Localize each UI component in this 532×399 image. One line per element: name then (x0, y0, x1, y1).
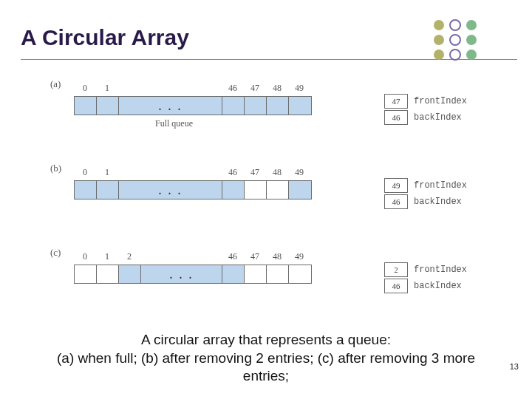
svg-point-4 (450, 35, 460, 45)
subfigure-label-a: (a) (50, 78, 61, 90)
array-cells: . . . (74, 265, 312, 284)
array-row-c: 0 1 2 46 47 48 49 . . . 2 frontIndex 46 (74, 251, 488, 318)
index-pointer-boxes: 2 frontIndex 46 backIndex (384, 262, 488, 294)
back-index-value: 46 (384, 279, 408, 293)
array-cells: . . . (74, 96, 312, 115)
svg-point-5 (450, 50, 460, 60)
back-index-value: 46 (384, 110, 408, 125)
index-pointer-boxes: 47 frontIndex 46 backIndex (384, 93, 488, 126)
svg-point-0 (434, 20, 444, 30)
subfigure-label-c: (c) (50, 247, 61, 259)
index-labels: 0 1 46 47 48 49 (74, 83, 369, 95)
array-row-b: 0 1 46 47 48 49 . . . 49 frontIndex 46 b… (74, 167, 488, 233)
index-pointer-boxes: 49 frontIndex 46 backIndex (384, 177, 488, 210)
back-index-label: backIndex (414, 112, 462, 123)
page-number: 13 (510, 362, 519, 371)
front-index-value: 49 (384, 178, 408, 193)
index-labels: 0 1 2 46 47 48 49 (74, 251, 369, 263)
array-row-a: 0 1 46 47 48 49 . . . Full queue 47 fron… (74, 83, 488, 149)
subfigure-label-b: (b) (50, 163, 61, 174)
back-index-label: backIndex (414, 197, 462, 207)
figure-caption: A circular array that represents a queue… (52, 331, 480, 386)
svg-point-7 (466, 35, 477, 45)
index-labels: 0 1 46 47 48 49 (74, 167, 369, 179)
svg-point-8 (466, 50, 477, 60)
back-index-label: backIndex (414, 281, 462, 291)
svg-point-6 (466, 20, 477, 30)
svg-point-2 (434, 50, 444, 60)
svg-point-1 (434, 35, 444, 45)
front-index-label: frontIndex (414, 180, 467, 191)
front-index-label: frontIndex (414, 265, 467, 275)
sublabel-full-queue: Full queue (155, 118, 193, 129)
front-index-value: 47 (384, 94, 408, 109)
front-index-label: frontIndex (414, 96, 467, 106)
decorative-dots-icon (429, 16, 510, 69)
front-index-value: 2 (384, 262, 408, 277)
back-index-value: 46 (384, 194, 408, 209)
svg-point-3 (450, 20, 460, 30)
array-cells: . . . (74, 180, 312, 200)
